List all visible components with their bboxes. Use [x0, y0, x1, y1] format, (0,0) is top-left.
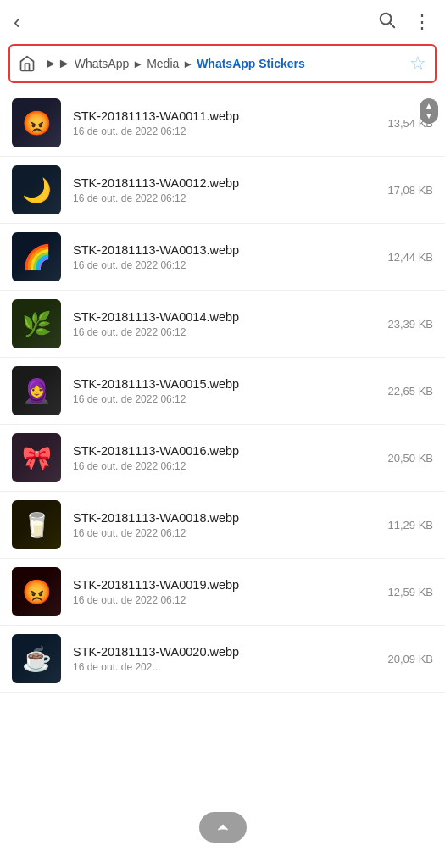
file-date: 16 de out. de 2022 06:12 — [73, 527, 370, 539]
file-name: STK-20181113-WA0014.webp — [73, 310, 370, 324]
scroll-indicator[interactable]: ▲ ▼ — [420, 98, 438, 124]
file-info: STK-20181113-WA0011.webp 16 de out. de 2… — [73, 109, 370, 137]
file-thumbnail: 🧕 — [12, 366, 61, 415]
file-thumbnail: 🎀 — [12, 433, 61, 482]
file-name: STK-20181113-WA0012.webp — [73, 176, 370, 190]
file-date: 16 de out. de 2022 06:12 — [73, 125, 370, 137]
file-name: STK-20181113-WA0015.webp — [73, 377, 370, 391]
home-icon[interactable] — [19, 55, 36, 72]
file-info: STK-20181113-WA0018.webp 16 de out. de 2… — [73, 511, 370, 539]
file-list-wrapper: ▲ ▼ 😡 STK-20181113-WA0011.webp 16 de out… — [0, 90, 445, 693]
file-name: STK-20181113-WA0020.webp — [73, 645, 370, 659]
file-name: STK-20181113-WA0013.webp — [73, 243, 370, 257]
breadcrumb-arrow-0: ►► — [44, 56, 71, 71]
top-bar-right: ⋮ — [377, 10, 431, 34]
list-item[interactable]: 🎀 STK-20181113-WA0016.webp 16 de out. de… — [0, 425, 445, 492]
file-date: 16 de out. de 202... — [73, 661, 370, 673]
more-options-icon[interactable]: ⋮ — [413, 11, 431, 33]
back-button[interactable]: ‹ — [14, 10, 20, 34]
breadcrumb-whatsapp[interactable]: WhatsApp — [75, 57, 130, 70]
file-thumbnail: 🌿 — [12, 299, 61, 348]
file-size: 20,09 KB — [382, 653, 433, 665]
file-size: 22,65 KB — [382, 385, 433, 398]
file-info: STK-20181113-WA0016.webp 16 de out. de 2… — [73, 444, 370, 472]
search-icon[interactable] — [377, 10, 396, 34]
breadcrumb-stickers[interactable]: WhatsApp Stickers — [197, 57, 305, 70]
file-info: STK-20181113-WA0012.webp 16 de out. de 2… — [73, 176, 370, 204]
file-info: STK-20181113-WA0013.webp 16 de out. de 2… — [73, 243, 370, 271]
file-thumbnail: 😡 — [12, 567, 61, 616]
list-item[interactable]: 🌈 STK-20181113-WA0013.webp 16 de out. de… — [0, 224, 445, 291]
breadcrumb-media[interactable]: Media — [147, 57, 179, 70]
breadcrumb: ►► WhatsApp ► Media ► WhatsApp Stickers … — [8, 44, 437, 83]
file-name: STK-20181113-WA0016.webp — [73, 444, 370, 458]
file-date: 16 de out. de 2022 06:12 — [73, 393, 370, 405]
file-date: 16 de out. de 2022 06:12 — [73, 594, 370, 606]
file-info: STK-20181113-WA0015.webp 16 de out. de 2… — [73, 377, 370, 405]
scroll-down-arrow[interactable]: ▼ — [425, 112, 433, 120]
svg-line-1 — [390, 23, 394, 27]
file-date: 16 de out. de 2022 06:12 — [73, 192, 370, 204]
file-thumbnail: 😡 — [12, 98, 61, 147]
file-info: STK-20181113-WA0020.webp 16 de out. de 2… — [73, 645, 370, 673]
file-info: STK-20181113-WA0014.webp 16 de out. de 2… — [73, 310, 370, 338]
breadcrumb-separator-2: ► — [182, 58, 193, 70]
list-item[interactable]: 🥛 STK-20181113-WA0018.webp 16 de out. de… — [0, 492, 445, 559]
list-item[interactable]: 😡 STK-20181113-WA0019.webp 16 de out. de… — [0, 559, 445, 626]
list-item[interactable]: 🧕 STK-20181113-WA0015.webp 16 de out. de… — [0, 358, 445, 425]
list-item[interactable]: 😡 STK-20181113-WA0011.webp 16 de out. de… — [0, 90, 445, 157]
list-item[interactable]: 🌙 STK-20181113-WA0012.webp 16 de out. de… — [0, 157, 445, 224]
list-item[interactable]: 🌿 STK-20181113-WA0014.webp 16 de out. de… — [0, 291, 445, 358]
scroll-to-top-button[interactable] — [199, 812, 247, 843]
file-size: 12,44 KB — [382, 251, 433, 264]
file-name: STK-20181113-WA0019.webp — [73, 578, 370, 592]
file-size: 11,29 KB — [382, 519, 433, 531]
file-thumbnail: 🥛 — [12, 500, 61, 549]
file-size: 23,39 KB — [382, 318, 433, 331]
top-bar: ‹ ⋮ — [0, 0, 445, 44]
file-list: 😡 STK-20181113-WA0011.webp 16 de out. de… — [0, 90, 445, 693]
file-size: 12,59 KB — [382, 586, 433, 598]
file-thumbnail: 🌙 — [12, 165, 61, 214]
file-thumbnail: ☕ — [12, 634, 61, 683]
file-size: 20,50 KB — [382, 452, 433, 465]
list-item[interactable]: ☕ STK-20181113-WA0020.webp 16 de out. de… — [0, 626, 445, 693]
breadcrumb-separator-1: ► — [132, 58, 143, 70]
file-thumbnail: 🌈 — [12, 232, 61, 281]
file-date: 16 de out. de 2022 06:12 — [73, 259, 370, 271]
file-date: 16 de out. de 2022 06:12 — [73, 326, 370, 338]
file-info: STK-20181113-WA0019.webp 16 de out. de 2… — [73, 578, 370, 606]
scroll-up-arrow[interactable]: ▲ — [425, 102, 433, 110]
file-name: STK-20181113-WA0018.webp — [73, 511, 370, 525]
file-name: STK-20181113-WA0011.webp — [73, 109, 370, 123]
file-date: 16 de out. de 2022 06:12 — [73, 460, 370, 472]
file-size: 17,08 KB — [382, 184, 433, 197]
top-bar-left: ‹ — [14, 10, 20, 34]
favorite-star-icon[interactable]: ☆ — [409, 53, 426, 75]
